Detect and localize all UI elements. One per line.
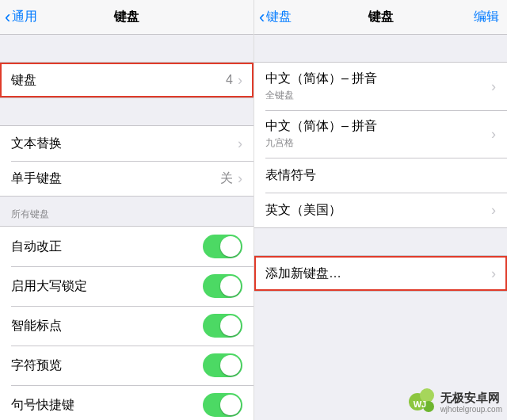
screen-keyboard-settings: ‹ 通用 键盘 键盘 4 › 文本替换 › 单手键盘 xyxy=(0,0,254,420)
section-header-all-keyboards: 所有键盘 xyxy=(0,197,254,226)
row-label: 单手键盘 xyxy=(11,170,62,187)
chevron-right-icon: › xyxy=(491,78,496,95)
group-add-keyboard: 添加新键盘… › xyxy=(254,255,507,292)
row-sublabel: 全键盘 xyxy=(265,89,377,102)
page-title: 键盘 xyxy=(114,9,139,25)
switch-period-shortcut[interactable] xyxy=(203,393,242,417)
watermark: WJ 无极安卓网 wjhotelgroup.com xyxy=(409,388,502,415)
row-label: 英文（美国） xyxy=(265,202,341,219)
switch-auto-correction[interactable] xyxy=(203,235,242,258)
row-label: 句号快捷键 xyxy=(11,397,74,414)
row-label: 文本替换 xyxy=(11,136,62,152)
back-button[interactable]: ‹ 键盘 xyxy=(259,9,292,26)
switch-caps-lock[interactable] xyxy=(203,274,242,298)
row-keyboard-chinese-pinyin-9key[interactable]: 中文（简体）– 拼音 九宫格 › xyxy=(254,110,507,158)
chevron-right-icon: › xyxy=(238,72,242,89)
row-smart-punctuation[interactable]: 智能标点 xyxy=(0,306,254,346)
switch-smart-punctuation[interactable] xyxy=(203,314,242,338)
group-text-options: 文本替换 › 单手键盘 关 › xyxy=(0,125,254,197)
watermark-url: wjhotelgroup.com xyxy=(440,405,502,414)
chevron-left-icon: ‹ xyxy=(5,9,10,26)
row-label: 字符预览 xyxy=(11,357,62,374)
row-label: 中文（简体）– 拼音 xyxy=(265,118,377,135)
row-caps-lock[interactable]: 启用大写锁定 xyxy=(0,266,254,306)
chevron-right-icon: › xyxy=(491,265,496,282)
row-label: 自动改正 xyxy=(11,239,62,255)
navbar-left: ‹ 通用 键盘 xyxy=(0,0,254,35)
watermark-logo-icon: WJ xyxy=(409,388,436,415)
watermark-title: 无极安卓网 xyxy=(440,391,502,406)
row-character-preview[interactable]: 字符预览 xyxy=(0,346,254,385)
chevron-right-icon: › xyxy=(491,202,496,219)
edit-button[interactable]: 编辑 xyxy=(474,9,499,25)
row-keyboard-chinese-pinyin-full[interactable]: 中文（简体）– 拼音 全键盘 › xyxy=(254,63,507,110)
chevron-right-icon: › xyxy=(238,170,242,187)
row-keyboards[interactable]: 键盘 4 › xyxy=(0,63,254,97)
row-add-new-keyboard[interactable]: 添加新键盘… › xyxy=(254,256,507,291)
row-auto-correction[interactable]: 自动改正 xyxy=(0,227,254,266)
row-text-replacement[interactable]: 文本替换 › xyxy=(0,126,254,161)
screen-keyboards-list: ‹ 键盘 键盘 编辑 中文（简体）– 拼音 全键盘 › 中文（简体）– 拼音 九… xyxy=(254,0,507,420)
back-label: 键盘 xyxy=(266,9,292,25)
row-value: 关 xyxy=(220,170,233,187)
switch-character-preview[interactable] xyxy=(203,353,242,377)
row-sublabel: 九宫格 xyxy=(265,136,377,150)
navbar-right: ‹ 键盘 键盘 编辑 xyxy=(254,0,507,35)
row-label: 智能标点 xyxy=(11,318,62,334)
row-label: 键盘 xyxy=(11,72,36,89)
chevron-right-icon: › xyxy=(238,136,242,152)
chevron-right-icon: › xyxy=(491,126,496,143)
row-label: 启用大写锁定 xyxy=(11,278,87,295)
row-value: 4 xyxy=(226,73,233,87)
row-label: 表情符号 xyxy=(265,167,316,184)
group-installed-keyboards: 中文（简体）– 拼音 全键盘 › 中文（简体）– 拼音 九宫格 › 表情符号 英… xyxy=(254,62,507,228)
row-label: 中文（简体）– 拼音 xyxy=(265,71,377,87)
row-keyboard-english-us[interactable]: 英文（美国） › xyxy=(254,193,507,227)
row-one-handed[interactable]: 单手键盘 关 › xyxy=(0,161,254,196)
row-keyboard-emoji[interactable]: 表情符号 xyxy=(254,158,507,193)
page-title: 键盘 xyxy=(368,9,394,25)
row-label: 添加新键盘… xyxy=(265,265,341,282)
chevron-left-icon: ‹ xyxy=(259,9,265,26)
back-label: 通用 xyxy=(12,9,37,25)
group-keyboards: 键盘 4 › xyxy=(0,62,254,98)
group-toggles: 自动改正 启用大写锁定 智能标点 字符预览 句号快捷键 xyxy=(0,226,254,420)
back-button[interactable]: ‹ 通用 xyxy=(5,9,37,26)
row-period-shortcut[interactable]: 句号快捷键 xyxy=(0,385,254,420)
